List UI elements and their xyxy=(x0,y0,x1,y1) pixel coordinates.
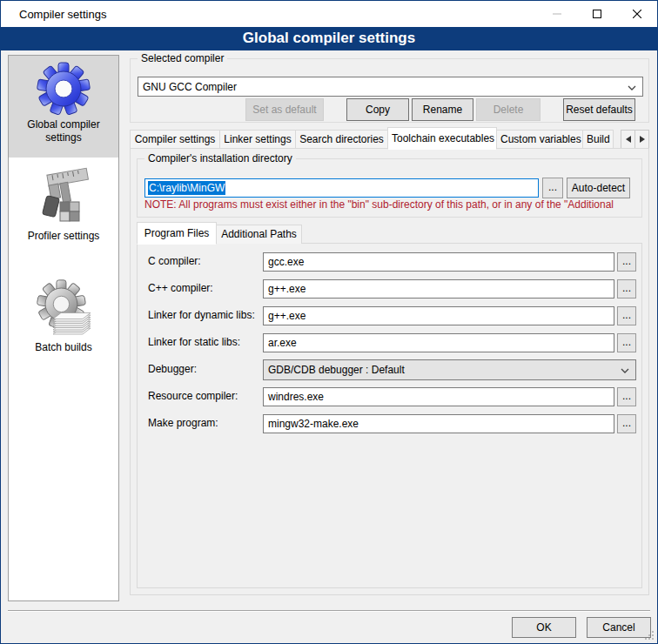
sidebar-item-label: Batch builds xyxy=(9,341,118,354)
browse-static-linker-button[interactable]: ... xyxy=(617,333,636,352)
window-controls xyxy=(537,1,657,27)
cancel-button[interactable]: Cancel xyxy=(587,617,651,638)
caliper-icon xyxy=(36,165,91,228)
selected-compiler-group-label: Selected compiler xyxy=(138,52,227,64)
footer-divider xyxy=(8,610,650,612)
close-button[interactable] xyxy=(617,1,657,27)
delete-button[interactable]: Delete xyxy=(476,98,540,121)
program-files-tabs: Program Files Additional Paths xyxy=(137,225,301,244)
rename-button[interactable]: Rename xyxy=(412,98,473,121)
tab-program-files[interactable]: Program Files xyxy=(137,222,217,245)
tab-build-options-truncated[interactable]: Build xyxy=(582,130,614,149)
cpp-compiler-label: C++ compiler: xyxy=(148,282,213,294)
arrow-right-icon xyxy=(640,136,645,143)
close-icon xyxy=(633,10,641,18)
chevron-down-icon xyxy=(628,85,636,91)
debugger-select-value: GDB/CDB debugger : Default xyxy=(268,364,405,376)
compiler-select[interactable]: GNU GCC Compiler xyxy=(138,77,643,97)
tab-scroll-arrows xyxy=(621,130,649,149)
compiler-settings-window: Compiler settings Global compiler settin… xyxy=(0,0,658,644)
tab-additional-paths[interactable]: Additional Paths xyxy=(216,225,302,244)
installation-directory-group-label: Compiler's installation directory xyxy=(144,152,296,164)
debugger-label: Debugger: xyxy=(148,363,197,375)
browse-c-compiler-button[interactable]: ... xyxy=(617,252,636,272)
installation-directory-group: Compiler's installation directory C:\ray… xyxy=(137,158,642,218)
c-compiler-input[interactable]: gcc.exe xyxy=(263,252,614,272)
auto-detect-button[interactable]: Auto-detect xyxy=(567,178,630,198)
maximize-icon xyxy=(593,10,601,18)
sidebar-item-global-compiler-settings[interactable]: Global compiler settings xyxy=(9,56,118,158)
tab-scroll-right-button[interactable] xyxy=(634,130,649,149)
tab-toolchain-executables[interactable]: Toolchain executables xyxy=(387,127,497,150)
copy-button[interactable]: Copy xyxy=(346,98,409,121)
sidebar-item-label: Global compiler settings xyxy=(9,118,118,144)
make-program-label: Make program: xyxy=(148,417,218,429)
settings-sidebar: Global compiler settings xyxy=(8,55,119,601)
c-compiler-label: C compiler: xyxy=(148,255,201,267)
static-linker-label: Linker for static libs: xyxy=(148,336,240,348)
resource-compiler-label: Resource compiler: xyxy=(148,390,238,402)
minimize-button[interactable] xyxy=(537,1,577,27)
set-as-default-button[interactable]: Set as default xyxy=(245,98,324,121)
page-title: Global compiler settings xyxy=(1,27,657,50)
resize-grip[interactable] xyxy=(644,630,655,641)
browse-cpp-compiler-button[interactable]: ... xyxy=(617,279,636,299)
compiler-tabs: Compiler settings Linker settings Search… xyxy=(130,130,649,149)
browse-directory-button[interactable]: ... xyxy=(542,178,563,198)
reset-defaults-button[interactable]: Reset defaults xyxy=(563,98,635,121)
title-bar: Compiler settings xyxy=(1,1,657,27)
chevron-down-icon xyxy=(621,368,629,373)
dynamic-linker-label: Linker for dynamic libs: xyxy=(148,309,255,321)
note-text: NOTE: All programs must exist either in … xyxy=(144,198,640,211)
tab-linker-settings[interactable]: Linker settings xyxy=(219,130,296,149)
tab-scroll-left-button[interactable] xyxy=(621,130,635,149)
browse-dynamic-linker-button[interactable]: ... xyxy=(617,306,636,325)
sidebar-item-batch-builds[interactable]: Batch builds xyxy=(9,272,118,372)
static-linker-input[interactable]: ar.exe xyxy=(263,333,614,352)
tab-search-directories[interactable]: Search directories xyxy=(295,130,388,149)
maximize-button[interactable] xyxy=(577,1,617,27)
minimize-icon xyxy=(553,10,561,18)
tab-compiler-settings[interactable]: Compiler settings xyxy=(130,130,220,149)
browse-make-program-button[interactable]: ... xyxy=(617,414,636,433)
browse-resource-compiler-button[interactable]: ... xyxy=(617,387,636,406)
batch-builds-icon xyxy=(34,277,93,339)
make-program-input[interactable]: mingw32-make.exe xyxy=(263,414,614,433)
tab-custom-variables[interactable]: Custom variables xyxy=(496,130,583,149)
blue-gear-icon xyxy=(36,61,91,117)
sidebar-item-profiler-settings[interactable]: Profiler settings xyxy=(9,160,118,258)
program-files-page: C compiler: gcc.exe ... C++ compiler: g+… xyxy=(137,243,642,588)
dynamic-linker-input[interactable]: g++.exe xyxy=(263,306,614,325)
window-title: Compiler settings xyxy=(19,8,106,21)
installation-directory-input[interactable]: C:\raylib\MinGW xyxy=(144,178,539,198)
ok-button[interactable]: OK xyxy=(512,617,576,638)
compiler-select-value: GNU GCC Compiler xyxy=(143,81,237,93)
debugger-select[interactable]: GDB/CDB debugger : Default xyxy=(263,359,636,380)
paper-stack-icon xyxy=(53,313,91,335)
installation-directory-value: C:\raylib\MinGW xyxy=(148,181,225,195)
cpp-compiler-input[interactable]: g++.exe xyxy=(263,279,614,299)
resource-compiler-input[interactable]: windres.exe xyxy=(263,387,614,406)
arrow-left-icon xyxy=(626,136,631,143)
sidebar-item-label: Profiler settings xyxy=(9,230,118,243)
